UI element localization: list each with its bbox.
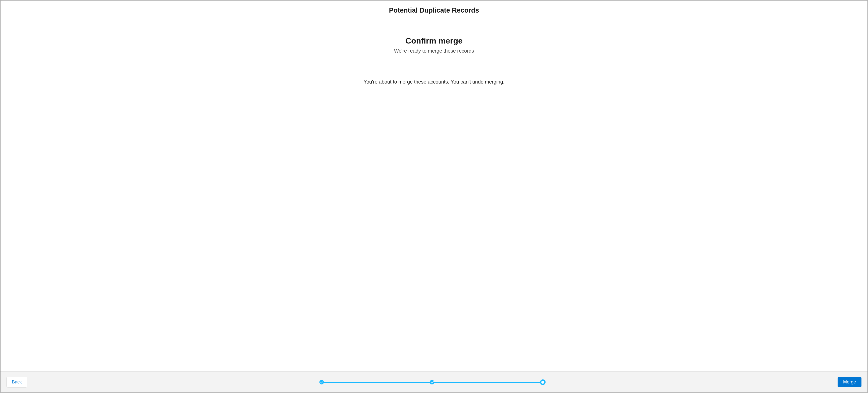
progress-bar — [319, 380, 546, 385]
modal-body: Confirm merge We're ready to merge these… — [0, 21, 868, 371]
modal-header: Potential Duplicate Records — [0, 0, 868, 21]
modal-container: Potential Duplicate Records Confirm merg… — [0, 0, 868, 393]
merge-warning-text: You're about to merge these accounts. Yo… — [0, 79, 868, 85]
progress-line — [324, 382, 430, 383]
confirm-heading: Confirm merge — [0, 36, 868, 46]
progress-step-3-current-icon — [540, 380, 546, 385]
modal-title: Potential Duplicate Records — [0, 6, 868, 15]
progress-indicator — [27, 380, 838, 385]
back-button[interactable]: Back — [6, 377, 27, 388]
merge-button[interactable]: Merge — [838, 377, 862, 387]
progress-step-1-completed-icon — [319, 380, 324, 385]
progress-line — [434, 382, 540, 383]
modal-footer: Back Merge — [0, 371, 868, 393]
confirm-subtitle: We're ready to merge these records — [0, 48, 868, 54]
progress-step-2-completed-icon — [430, 380, 434, 385]
